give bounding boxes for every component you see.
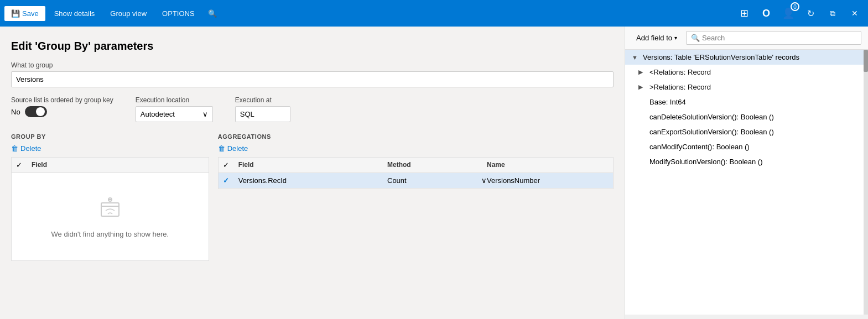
agg-table-row[interactable]: ✓ Versions.RecId Count ∨ VersionsNumber: [219, 173, 613, 189]
agg-row-field: Versions.RecId: [238, 176, 387, 185]
toggle-knob: [36, 107, 45, 116]
source-ordered-toggle[interactable]: [25, 106, 47, 117]
agg-row-name: VersionsNumber: [487, 176, 609, 185]
office-icon: O: [762, 8, 770, 19]
tree-item-2[interactable]: ▶ >Relations: Record: [625, 80, 864, 95]
agg-table-header: ✓ Field Method Name: [219, 158, 613, 173]
tree-label-7: ModifySolutionVersion(): Boolean (): [649, 158, 763, 166]
close-button[interactable]: ✕: [846, 4, 864, 22]
options-row: Source list is ordered by group key No E…: [11, 96, 614, 122]
execution-location-group: Execution location Autodetect ∨: [136, 96, 213, 122]
tree-item-3[interactable]: ▶ Base: Int64: [625, 95, 864, 109]
aggregations-header: AGGREGATIONS: [218, 133, 614, 140]
office-icon-button[interactable]: O: [757, 4, 775, 22]
group-by-delete-button[interactable]: 🗑 Delete: [11, 144, 41, 153]
expand-icon-2: ▶: [638, 83, 647, 91]
tree-label-3: Base: Int64: [649, 98, 686, 106]
add-field-label: Add field to: [636, 34, 672, 42]
group-by-table: ✓ Field: [11, 157, 209, 261]
group-by-header: GROUP BY: [11, 133, 209, 140]
trash-icon: 🗑: [11, 144, 18, 153]
group-by-field-col: Field: [32, 161, 204, 169]
group-by-section: GROUP BY 🗑 Delete ✓ Field: [11, 133, 209, 261]
columns-area: GROUP BY 🗑 Delete ✓ Field: [11, 133, 614, 261]
agg-row-method: Count ∨: [387, 176, 487, 185]
titlebar-search-button[interactable]: 🔍: [204, 7, 221, 20]
search-icon-right: 🔍: [691, 34, 700, 42]
agg-name-col: Name: [487, 161, 609, 169]
page-title: Edit 'Group By' parameters: [11, 40, 614, 53]
chevron-down-icon-add: ▾: [674, 35, 677, 41]
agg-row-check: ✓: [223, 176, 238, 185]
editor-panel: Edit 'Group By' parameters What to group…: [0, 27, 625, 319]
tree-item-4[interactable]: ▶ canDeleteSolutionVersion(): Boolean (): [625, 109, 864, 124]
restore-button[interactable]: ⧉: [824, 4, 841, 22]
tree-label-4: canDeleteSolutionVersion(): Boolean (): [649, 113, 774, 121]
toggle-wrap: No: [11, 106, 113, 117]
execution-at-label: Execution at: [235, 96, 290, 104]
svg-rect-0: [101, 203, 119, 216]
aggregations-table: ✓ Field Method Name ✓ Versions.RecId Cou…: [218, 157, 614, 189]
tree-label-5: canExportSolutionVersion(): Boolean (): [649, 128, 774, 136]
source-ordered-group: Source list is ordered by group key No: [11, 96, 113, 117]
group-view-button[interactable]: Group view: [103, 6, 153, 21]
what-to-group-label: What to group: [11, 61, 614, 69]
scrollbar[interactable]: [864, 50, 868, 315]
what-to-group-input[interactable]: [11, 71, 614, 87]
save-icon: 💾: [11, 9, 20, 18]
grid-icon: ⊞: [740, 7, 749, 19]
right-panel-body: ▼ Versions: Table 'ERSolutionVersionTabl…: [625, 50, 868, 315]
tree-item-6[interactable]: ▶ canModifyContent(): Boolean (): [625, 139, 864, 154]
profile-button[interactable]: 👤 0: [779, 4, 797, 22]
execution-at-group: Execution at SQL: [235, 96, 290, 122]
agg-method-col: Method: [387, 161, 487, 169]
expand-icon-0: ▼: [632, 54, 641, 61]
grid-icon-button[interactable]: ⊞: [735, 4, 753, 22]
execution-at-value: SQL: [235, 106, 290, 122]
empty-icon: [97, 195, 123, 223]
search-icon: 🔍: [208, 9, 217, 18]
chevron-down-icon: ∨: [202, 110, 208, 118]
title-bar: 💾 Save Show details Group view OPTIONS 🔍…: [0, 0, 868, 27]
tree-label-1: <Relations: Record: [649, 68, 711, 76]
tree-label-6: canModifyContent(): Boolean (): [649, 143, 750, 151]
tree-item-7[interactable]: ▶ ModifySolutionVersion(): Boolean (): [625, 154, 864, 169]
refresh-icon: ↻: [807, 8, 814, 19]
group-by-empty-state: We didn't find anything to show here.: [12, 173, 209, 260]
add-field-button[interactable]: Add field to ▾: [632, 32, 682, 44]
empty-message: We didn't find anything to show here.: [51, 230, 169, 238]
tree-item-0[interactable]: ▼ Versions: Table 'ERSolutionVersionTabl…: [625, 50, 864, 65]
execution-location-value: Autodetect: [141, 110, 175, 118]
save-button[interactable]: 💾 Save: [4, 6, 45, 21]
aggregations-delete-button[interactable]: 🗑 Delete: [218, 144, 248, 153]
search-input[interactable]: [702, 34, 856, 42]
show-details-button[interactable]: Show details: [48, 6, 102, 21]
scrollbar-thumb[interactable]: [864, 50, 868, 72]
tree-list: ▼ Versions: Table 'ERSolutionVersionTabl…: [625, 50, 864, 315]
tree-label-0: Versions: Table 'ERSolutionVersionTable'…: [643, 53, 799, 61]
search-box: 🔍: [686, 31, 861, 45]
close-icon: ✕: [851, 9, 858, 18]
group-by-table-header: ✓ Field: [12, 158, 209, 173]
refresh-button[interactable]: ↻: [802, 4, 819, 22]
toggle-no-label: No: [11, 108, 20, 116]
tree-label-2: >Relations: Record: [649, 83, 711, 91]
notification-badge: 0: [791, 2, 799, 11]
aggregations-section: AGGREGATIONS 🗑 Delete ✓ Field Method Nam…: [218, 133, 614, 261]
main-area: Edit 'Group By' parameters What to group…: [0, 27, 868, 319]
agg-field-col: Field: [238, 161, 387, 169]
expand-icon-1: ▶: [638, 69, 647, 76]
tree-item-5[interactable]: ▶ canExportSolutionVersion(): Boolean (): [625, 124, 864, 139]
execution-location-label: Execution location: [136, 96, 213, 104]
right-panel: Add field to ▾ 🔍 ▼ Versions: Table 'ERSo…: [625, 27, 868, 319]
bottom-scrollbar: [625, 315, 868, 319]
restore-icon: ⧉: [830, 9, 835, 18]
execution-location-select[interactable]: Autodetect ∨: [136, 106, 213, 122]
agg-check-col: ✓: [223, 161, 238, 169]
group-by-check-col: ✓: [16, 161, 32, 169]
chevron-down-icon-method: ∨: [481, 176, 487, 185]
tree-item-1[interactable]: ▶ <Relations: Record: [625, 65, 864, 80]
trash-icon-agg: 🗑: [218, 144, 225, 153]
right-panel-header: Add field to ▾ 🔍: [625, 27, 868, 50]
options-button[interactable]: OPTIONS: [155, 6, 201, 21]
